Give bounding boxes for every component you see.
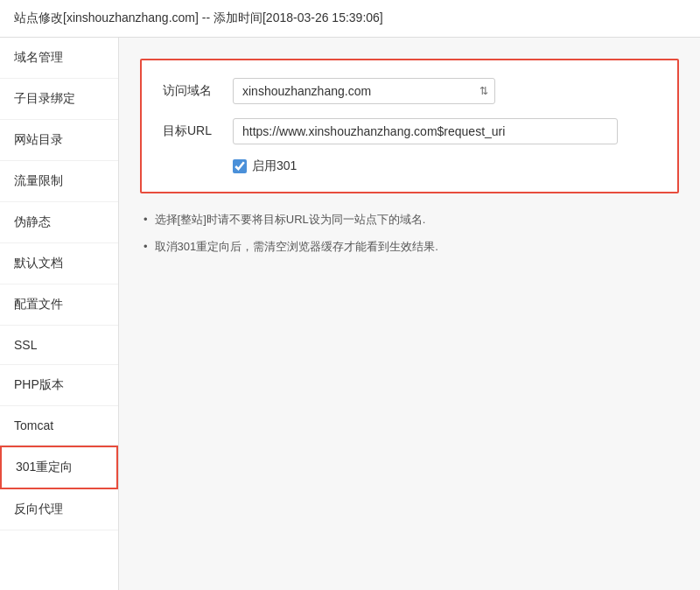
url-row: 目标URL <box>163 118 656 144</box>
sidebar-item-domain[interactable]: 域名管理 <box>0 38 118 79</box>
domain-label: 访问域名 <box>163 83 233 99</box>
sidebar-item-redirect301[interactable]: 301重定向 <box>0 446 118 489</box>
tips-list: 选择[整站]时请不要将目标URL设为同一站点下的域名.取消301重定向后，需清空… <box>140 211 679 256</box>
tip-item: 取消301重定向后，需清空浏览器缓存才能看到生效结果. <box>140 238 679 256</box>
sidebar-item-traffic[interactable]: 流量限制 <box>0 161 118 202</box>
sidebar-item-defaultdoc[interactable]: 默认文档 <box>0 243 118 284</box>
sidebar: 域名管理子目录绑定网站目录流量限制伪静态默认文档配置文件SSLPHP版本Tomc… <box>0 38 119 590</box>
sidebar-item-reverseproxy[interactable]: 反向代理 <box>0 489 118 530</box>
domain-row: 访问域名 xinshouzhanzhang.com ⇅ <box>163 78 656 104</box>
tip-item: 选择[整站]时请不要将目标URL设为同一站点下的域名. <box>140 211 679 229</box>
main-content: 访问域名 xinshouzhanzhang.com ⇅ 目标URL <box>119 38 700 590</box>
sidebar-item-configfile[interactable]: 配置文件 <box>0 284 118 326</box>
sidebar-item-pseudostatic[interactable]: 伪静态 <box>0 202 118 243</box>
url-label: 目标URL <box>163 123 233 139</box>
enable301-checkbox[interactable] <box>233 159 247 173</box>
domain-select[interactable]: xinshouzhanzhang.com <box>233 78 495 104</box>
form-box: 访问域名 xinshouzhanzhang.com ⇅ 目标URL <box>140 59 679 193</box>
sidebar-item-phpversion[interactable]: PHP版本 <box>0 365 118 406</box>
url-input[interactable] <box>233 118 618 144</box>
page-title: 站点修改[xinshouzhanzhang.com] -- 添加时间[2018-… <box>0 0 700 38</box>
sidebar-item-subdirectory[interactable]: 子目录绑定 <box>0 79 118 120</box>
enable301-label[interactable]: 启用301 <box>252 158 297 174</box>
sidebar-item-sitedir[interactable]: 网站目录 <box>0 120 118 161</box>
sidebar-item-ssl[interactable]: SSL <box>0 326 118 365</box>
sidebar-item-tomcat[interactable]: Tomcat <box>0 406 118 446</box>
checkbox-row: 启用301 <box>163 158 656 174</box>
